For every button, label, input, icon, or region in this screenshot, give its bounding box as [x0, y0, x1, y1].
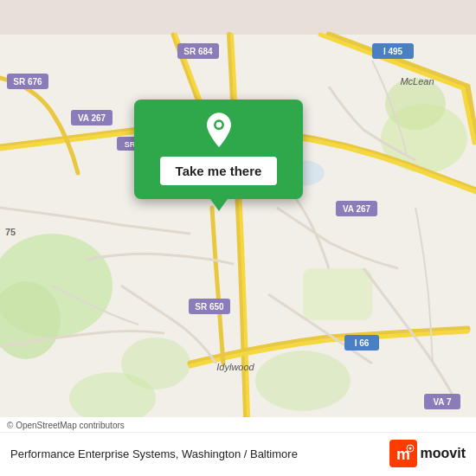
svg-text:I 66: I 66	[355, 338, 370, 348]
attribution-text: © OpenStreetMap contributors	[7, 421, 125, 430]
svg-text:SR 650: SR 650	[195, 302, 224, 312]
location-name: Performance Enterprise Systems, Washingt…	[10, 447, 298, 460]
svg-text:VA 267: VA 267	[78, 113, 106, 123]
bottom-bar: © OpenStreetMap contributors Performance…	[0, 417, 476, 476]
location-bar: Performance Enterprise Systems, Washingt…	[0, 433, 476, 476]
svg-text:McLean: McLean	[400, 76, 434, 87]
map-container: I 495 SR 684 SR 676 VA 267 VA 267 VA 267…	[0, 0, 476, 476]
take-me-there-button[interactable]: Take me there	[160, 157, 278, 185]
svg-point-7	[69, 372, 156, 424]
svg-rect-5	[303, 268, 372, 320]
svg-text:Idylwood: Idylwood	[216, 362, 254, 372]
svg-text:VA 267: VA 267	[343, 204, 371, 214]
svg-text:SR 684: SR 684	[183, 47, 213, 56]
svg-point-38	[408, 447, 411, 450]
svg-text:SR 676: SR 676	[13, 77, 42, 87]
svg-text:I 495: I 495	[383, 47, 403, 56]
moovit-logo-icon: m	[389, 440, 417, 467]
location-pin-icon	[200, 112, 238, 150]
moovit-brand-text: moovit	[421, 446, 466, 461]
moovit-logo: m moovit	[389, 440, 466, 467]
svg-point-34	[215, 122, 222, 128]
map-attribution: © OpenStreetMap contributors	[0, 417, 476, 433]
popup-card: Take me there	[134, 100, 303, 199]
svg-text:75: 75	[5, 227, 16, 237]
svg-text:VA 7: VA 7	[433, 397, 452, 407]
svg-point-8	[255, 351, 351, 411]
map-svg: I 495 SR 684 SR 676 VA 267 VA 267 VA 267…	[0, 0, 476, 476]
